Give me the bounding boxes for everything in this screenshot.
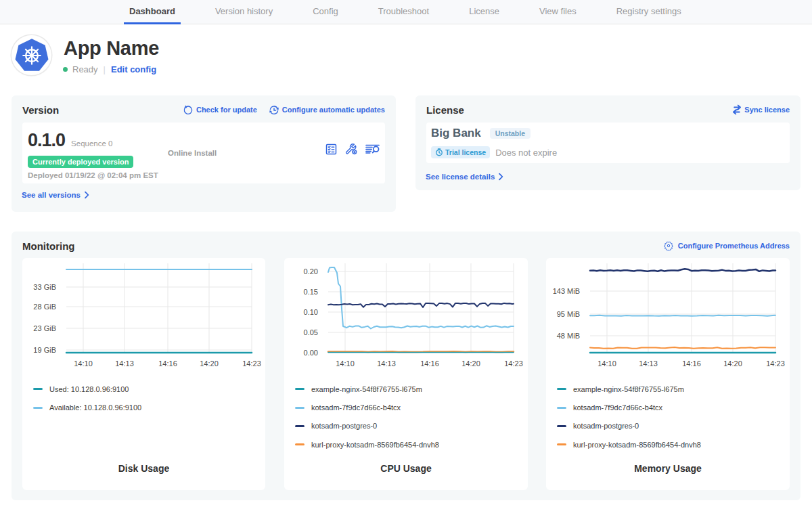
svg-text:14:16: 14:16 <box>682 359 701 368</box>
svg-text:14:20: 14:20 <box>200 359 219 368</box>
svg-text:14:16: 14:16 <box>158 359 177 368</box>
svg-text:95 MiB: 95 MiB <box>557 310 580 318</box>
svg-text:0.05: 0.05 <box>304 328 318 336</box>
svg-text:33 GiB: 33 GiB <box>33 283 56 291</box>
svg-text:14:20: 14:20 <box>461 359 480 368</box>
svg-text:14:10: 14:10 <box>336 359 355 368</box>
svg-text:14:23: 14:23 <box>766 359 785 368</box>
svg-text:14:23: 14:23 <box>242 359 261 368</box>
svg-text:48 MiB: 48 MiB <box>557 332 580 340</box>
svg-text:28 GiB: 28 GiB <box>33 303 56 311</box>
svg-text:23 GiB: 23 GiB <box>33 324 56 332</box>
svg-text:0.10: 0.10 <box>304 308 318 316</box>
svg-text:14:13: 14:13 <box>377 359 396 368</box>
svg-text:14:13: 14:13 <box>115 359 134 368</box>
svg-text:14:10: 14:10 <box>74 359 93 368</box>
svg-text:143 MiB: 143 MiB <box>553 287 580 295</box>
svg-text:14:23: 14:23 <box>504 359 523 368</box>
svg-text:14:20: 14:20 <box>723 359 742 368</box>
svg-text:0.20: 0.20 <box>304 267 318 276</box>
svg-text:0.00: 0.00 <box>304 349 318 357</box>
svg-text:14:10: 14:10 <box>597 359 616 368</box>
svg-text:14:13: 14:13 <box>639 359 658 368</box>
svg-text:19 GiB: 19 GiB <box>33 346 56 354</box>
svg-text:0.15: 0.15 <box>304 288 318 296</box>
svg-text:14:16: 14:16 <box>420 359 439 368</box>
